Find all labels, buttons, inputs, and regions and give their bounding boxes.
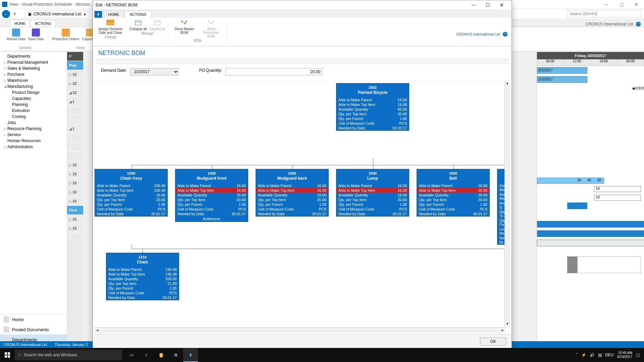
modal-tab-actions[interactable]: ACTIONS [125, 11, 151, 18]
help-icon[interactable]: ? [636, 22, 641, 26]
gantt-bar[interactable] [537, 178, 604, 184]
nav-item[interactable]: Planning [0, 102, 67, 108]
gantt-tree-row[interactable]: ▷10 [67, 161, 83, 170]
store-icon[interactable]: ⧉ [168, 348, 183, 362]
dynamics-icon[interactable]: ▮ [183, 348, 198, 362]
nav-item[interactable]: ▷Warehouse [0, 77, 67, 83]
gantt-tree-row[interactable]: ▷10 [67, 224, 83, 233]
nav-item[interactable]: Human Resources [0, 138, 67, 144]
save-data-button[interactable]: Save Data [28, 28, 44, 41]
ribbon-button[interactable]: Collapse all [129, 19, 147, 31]
tray-up-icon[interactable]: ˄ [576, 353, 578, 357]
nav-item[interactable]: Jobs [0, 120, 67, 126]
modal-close-button[interactable]: ✕ [495, 1, 509, 9]
gantt-input[interactable]: 10 [594, 195, 641, 201]
bg-tab-actions[interactable]: ACTIONS [31, 20, 56, 27]
nav-item[interactable]: ▷Purchase [0, 71, 67, 77]
gantt-input[interactable]: 10 [594, 186, 641, 192]
gantt-tree-row[interactable]: ▷10 [67, 70, 83, 79]
nav-item[interactable]: ▷Administration [0, 144, 67, 150]
nav-item[interactable]: Execution [0, 108, 67, 114]
gantt-bar[interactable] [537, 230, 644, 237]
gantt-tree-row[interactable]: Plan [67, 61, 83, 70]
gantt-tree-row[interactable]: ◢10 [67, 88, 83, 97]
modal-minimize-button[interactable]: ─ [467, 1, 481, 9]
task-view-button[interactable]: ▭ [124, 348, 139, 362]
gantt-tree-row[interactable]: ◢1 [67, 97, 83, 106]
breadcrumb[interactable]: ▣ CRONUS International Ltd. ▸ [25, 10, 89, 18]
gantt-tree-row[interactable]: ▷10 [67, 215, 83, 224]
edge-icon[interactable]: e [139, 348, 154, 362]
taskbar-clock[interactable]: 10:45 AM6/19/2017 [618, 351, 633, 359]
gantt-tree-row[interactable]: Firm [67, 206, 83, 215]
bom-card[interactable]: 1600BellAble to Make Parent16.00Able to … [417, 169, 490, 217]
nav-item[interactable]: Capacities [0, 96, 67, 102]
gantt-tree-row[interactable] [67, 115, 83, 124]
nav-shortcut[interactable]: Posted Documents [0, 324, 67, 335]
svg-line-9 [182, 21, 185, 23]
gantt-tree-row[interactable]: ▷10 [67, 79, 83, 88]
gantt-bar[interactable] [537, 221, 644, 228]
back-button[interactable]: ← [2, 10, 10, 18]
bg-close-button[interactable]: ✕ [629, 0, 644, 9]
vertical-scrollbar[interactable]: ▴▾ [504, 81, 510, 327]
collapse-bar[interactable]: ˆ [96, 59, 508, 64]
gantt-tree-row[interactable]: P [67, 52, 83, 61]
po-qty-input[interactable] [225, 68, 323, 75]
demand-date-select[interactable]: 2/2/2017 [130, 68, 179, 75]
start-button[interactable] [0, 348, 15, 362]
nav-item[interactable]: Costing [0, 114, 67, 120]
bg-tab-home[interactable]: HOME [10, 20, 30, 27]
modal-tab-home[interactable]: HOME [103, 11, 124, 18]
bom-card[interactable]: 1450Mudguard backAble to Make Parent16.0… [256, 169, 329, 217]
gantt-tree-row[interactable]: ◢1 [67, 124, 83, 133]
nav-shortcut[interactable]: Home [0, 314, 67, 324]
gantt-tree-row[interactable] [67, 133, 83, 142]
bg-maximize-button[interactable]: ▢ [614, 0, 629, 9]
gantt-tree-row[interactable] [67, 106, 83, 115]
bom-card[interactable]: 1400Mudguard frontAble to Make Parent16.… [175, 169, 248, 222]
ok-button[interactable]: OK [480, 338, 506, 346]
help-icon[interactable]: ? [503, 32, 507, 37]
nav-item[interactable]: ▷Financial Management [0, 59, 67, 65]
gantt-tree-row[interactable]: ▷10 [67, 197, 83, 206]
tray-net-icon[interactable]: ▤ [598, 353, 602, 357]
nav-item[interactable]: Product Design [0, 89, 67, 96]
gantt-tree-row[interactable] [67, 152, 83, 161]
bg-minimize-button[interactable]: ─ [599, 0, 614, 9]
gantt-tree-row[interactable]: ▷10 [67, 188, 83, 197]
search-input[interactable] [568, 10, 641, 17]
gantt-bar[interactable] [537, 240, 644, 246]
forward-button[interactable]: ▾ [11, 11, 18, 17]
gantt-tree-row[interactable] [67, 142, 83, 152]
bom-card[interactable]: 1500LampAble to Make Parent16.00Able to … [336, 169, 409, 217]
gantt-bar[interactable] [567, 202, 587, 209]
nav-item[interactable]: ▷Service [0, 132, 67, 138]
ribbon-button[interactable]: Show Master BOM [172, 19, 196, 38]
nav-item[interactable]: Departments [0, 53, 67, 59]
modal-maximize-button[interactable]: ☐ [481, 1, 495, 9]
app-menu-button[interactable]: ▼ [94, 11, 102, 18]
bom-card[interactable]: 1300Chain AssyAble to Make Parent206.48A… [95, 169, 168, 217]
horizontal-scrollbar[interactable]: ◂▸ [95, 327, 505, 333]
taskbar-search[interactable]: ○ Search the web and Windows [15, 350, 122, 360]
production-orders-button[interactable]: Production Orders [52, 28, 79, 41]
tray-notifications-icon[interactable]: ▢ [636, 353, 640, 357]
gantt-date-header: Friday, 02/03/2017 [537, 52, 644, 59]
svg-line-15 [212, 21, 213, 23]
nav-item[interactable]: ▷Sales & Marketing [0, 65, 67, 71]
reload-data-button[interactable]: Reload Data [7, 28, 25, 41]
bom-card[interactable]: 1002Painted BicycleAble to Make Parent16… [336, 83, 409, 131]
tray-volume-icon[interactable]: 🔊 [590, 353, 595, 357]
nav-item[interactable]: ▷Resource Planning [0, 126, 67, 132]
tray-power-icon[interactable]: ⚡ [581, 353, 586, 357]
nav-item[interactable]: ◢Manufacturing [0, 83, 67, 89]
gantt-tree-row[interactable]: ▷10 [67, 170, 83, 179]
tray-lang[interactable]: DEU [605, 353, 613, 357]
ribbon-button[interactable]: Assign Demand Date and Close [98, 19, 122, 35]
svg-rect-16 [5, 352, 7, 355]
bom-card[interactable]: 1310ChainAble to Make Parent190.48Able t… [106, 253, 179, 300]
svg-rect-2 [135, 21, 141, 25]
explorer-icon[interactable]: ▇ [154, 348, 168, 362]
gantt-tree-row[interactable]: ▷10 [67, 179, 83, 188]
